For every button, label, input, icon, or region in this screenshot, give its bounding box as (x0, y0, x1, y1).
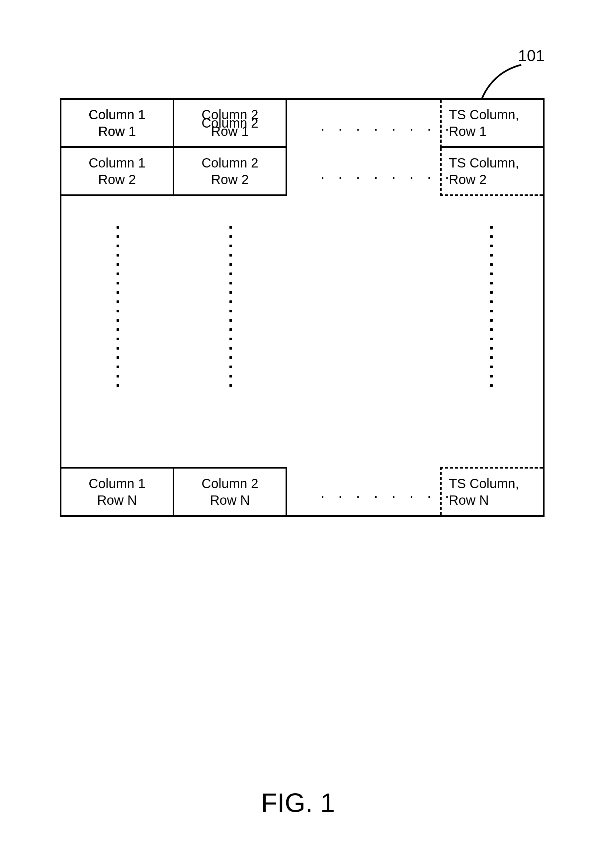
figure-canvas: 101 Column 1 Row 1 Column 2 Column 1 Row… (0, 0, 596, 868)
vdots-ts (490, 219, 493, 393)
text-line: Column 1 (89, 475, 145, 492)
text-line: Row 2 (98, 171, 136, 188)
figure-caption: FIG. 1 (0, 788, 596, 818)
text-line: Column 1 (89, 106, 145, 123)
text-line: TS Column, (449, 155, 519, 171)
table-grid-main: Column 1 Row 1 Column 2 Row 1 TS Column,… (60, 98, 544, 517)
cell-ts-row1: TS Column, Row 1 (440, 100, 543, 148)
text-line: TS Column, (449, 475, 519, 492)
cell-ts-row2: TS Column, Row 2 (440, 148, 543, 196)
text-line: TS Column, (449, 106, 519, 123)
cell-col1-rowN: Column 1 Row N (61, 467, 174, 515)
cell-ts-rowN: TS Column, Row N (440, 467, 543, 515)
text-line: Column 2 (202, 475, 258, 492)
text-line: Column 2 (202, 155, 258, 171)
text-line: Row 1 (211, 123, 249, 140)
cell-col1-row2: Column 1 Row 2 (61, 148, 174, 196)
vdots-col1 (116, 219, 119, 393)
hdots-row2: . . . . . . . . (320, 164, 454, 182)
text-line: Column 2 (202, 106, 258, 123)
cell-col2-row2: Column 2 Row 2 (174, 148, 287, 196)
text-line: Row 2 (449, 171, 487, 188)
text-line: Row 1 (98, 123, 136, 140)
cell-col1-row1: Column 1 Row 1 (61, 100, 174, 148)
text-line: Row N (449, 492, 489, 509)
hdots-rowN: . . . . . . . . (320, 484, 454, 501)
text-line: Row N (97, 492, 137, 509)
text-line: Row N (210, 492, 250, 509)
vdots-col2 (229, 219, 232, 393)
text-line: Row 1 (449, 123, 487, 140)
text-line: Column 1 (89, 155, 145, 171)
cell-col2-rowN: Column 2 Row N (174, 467, 287, 515)
text-line: Row 2 (211, 171, 249, 188)
cell-col2-row1: Column 2 Row 1 (174, 100, 287, 148)
callout-leader (478, 60, 528, 103)
hdots-row1: . . . . . . . . (320, 116, 454, 134)
